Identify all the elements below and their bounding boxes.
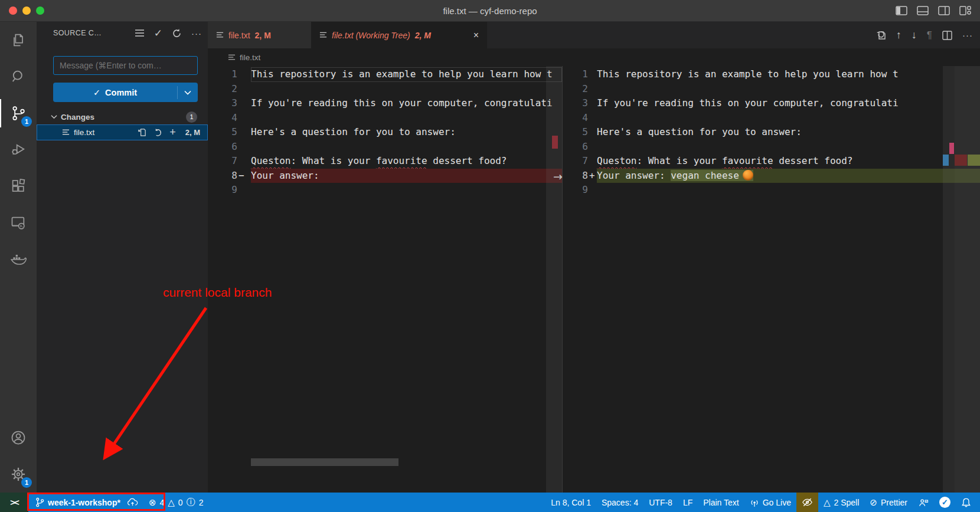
toggle-sidebar-icon[interactable]: [895, 5, 908, 17]
render-whitespace-icon[interactable]: ¶: [927, 29, 932, 41]
close-window-button[interactable]: [9, 6, 17, 15]
overview-marker-olive: [968, 155, 980, 166]
commit-check-icon[interactable]: ✓: [154, 27, 162, 40]
broadcast-icon: [750, 498, 759, 507]
annotation-label: current local branch: [163, 285, 272, 300]
slash-circle-icon: ⊘: [870, 497, 877, 508]
warning-icon: △: [824, 497, 831, 508]
tracking-status-icon[interactable]: ✓: [934, 493, 956, 512]
code-line: Here's a question for you to answer:: [597, 125, 980, 140]
source-control-icon[interactable]: 1: [0, 95, 37, 132]
prettier-status[interactable]: ⊘ Prettier: [864, 493, 913, 512]
split-editor-icon[interactable]: [942, 31, 952, 40]
scrollbar[interactable]: [546, 66, 562, 493]
check-icon: ✓: [93, 88, 100, 97]
remote-explorer-icon[interactable]: [0, 205, 37, 241]
window-title: file.txt — cyf-demo-repo: [443, 6, 537, 16]
tab-file-txt-working-tree[interactable]: file.txt (Working Tree) 2, M ×: [311, 22, 487, 48]
tab-label: file.txt (Working Tree): [332, 31, 410, 40]
breadcrumb[interactable]: file.txt: [208, 48, 980, 66]
eye-closed-icon: [802, 497, 813, 507]
code-line: This repository is an example to help yo…: [597, 67, 980, 82]
settings-gear-icon[interactable]: 1: [0, 456, 37, 493]
changes-count-badge: 1: [186, 111, 197, 123]
diff-modified-pane[interactable]: 1This repository is an example to help y…: [562, 66, 980, 493]
discard-changes-icon[interactable]: [153, 128, 162, 137]
zoom-window-button[interactable]: [36, 6, 44, 15]
accounts-icon[interactable]: [0, 419, 37, 456]
commit-dropdown-chevron[interactable]: [178, 90, 198, 95]
horizontal-scrollbar[interactable]: [251, 458, 398, 466]
extensions-icon[interactable]: [0, 168, 37, 205]
overview-ruler: [955, 66, 980, 493]
explorer-icon[interactable]: [0, 22, 37, 58]
publish-cloud-icon: [127, 498, 138, 507]
notifications-bell-icon[interactable]: [956, 493, 976, 512]
close-tab-icon[interactable]: ×: [473, 30, 479, 41]
indentation[interactable]: Spaces: 4: [596, 493, 643, 512]
removed-line-marker: −: [237, 169, 251, 183]
code-line: If you're reading this on your computer,…: [251, 96, 562, 111]
git-branch-icon: [35, 497, 44, 507]
text-file-icon: [319, 31, 327, 39]
docker-icon[interactable]: [0, 241, 37, 278]
vscode-window: file.txt — cyf-demo-repo 1 1: [0, 0, 980, 512]
diff-original-pane[interactable]: 1This repository is an example to help y…: [208, 66, 562, 493]
removed-code-line: Your answer:: [251, 169, 562, 183]
overview-marker-pink: [949, 143, 954, 154]
scrollbar[interactable]: [943, 66, 955, 493]
feedback-icon[interactable]: [913, 493, 934, 512]
view-mode-icon[interactable]: [135, 29, 145, 37]
spell-checker-toggle[interactable]: [796, 493, 818, 512]
next-change-icon[interactable]: ↓: [912, 29, 917, 41]
open-changes-icon[interactable]: [876, 30, 886, 41]
changed-file-row[interactable]: file.txt + 2, M: [37, 124, 208, 140]
text-file-icon: [228, 54, 236, 61]
tab-file-txt[interactable]: file.txt 2, M: [208, 22, 311, 48]
previous-change-icon[interactable]: ↑: [896, 29, 901, 41]
toggle-secondary-sidebar-icon[interactable]: [937, 5, 950, 17]
minimize-window-button[interactable]: [22, 6, 31, 15]
refresh-icon[interactable]: [172, 28, 182, 38]
eol-sequence[interactable]: LF: [678, 493, 698, 512]
changed-file-name: file.txt: [74, 128, 94, 137]
run-debug-icon[interactable]: [0, 132, 37, 168]
breadcrumb-file[interactable]: file.txt: [240, 53, 260, 62]
cursor-position[interactable]: Ln 8, Col 1: [545, 493, 596, 512]
open-file-icon[interactable]: [138, 128, 146, 137]
toggle-panel-icon[interactable]: [916, 5, 929, 17]
spell-status[interactable]: △ 2 Spell: [818, 493, 864, 512]
code-line: Here's a question for you to answer:: [251, 125, 562, 140]
go-live-button[interactable]: Go Live: [744, 493, 796, 512]
encoding[interactable]: UTF-8: [643, 493, 678, 512]
code-line: If you're reading this on your computer,…: [597, 96, 980, 111]
remote-indicator[interactable]: ><: [0, 493, 28, 512]
branch-indicator[interactable]: week-1-workshop*: [28, 493, 143, 512]
info-count: 2: [199, 498, 204, 507]
tab-status: 2, M: [255, 31, 271, 40]
overview-marker-blue: [943, 155, 949, 166]
changes-section-header[interactable]: Changes 1: [37, 109, 208, 124]
branch-name: week-1-workshop*: [48, 498, 120, 507]
warning-count: 0: [178, 498, 183, 507]
more-actions-icon[interactable]: ···: [191, 28, 202, 38]
problems-indicator[interactable]: ⊗ 4 △ 0 ⓘ 2: [143, 493, 209, 512]
activity-bar: 1 1: [0, 22, 37, 493]
commit-button[interactable]: ✓ Commit: [53, 83, 198, 102]
stage-changes-icon[interactable]: +: [169, 126, 176, 139]
title-bar: file.txt — cyf-demo-repo: [0, 0, 980, 22]
source-control-sidebar: SOURCE C… ✓ ··· ✓ Commit Changes: [37, 22, 208, 493]
traffic-lights: [9, 6, 44, 15]
diff-editor[interactable]: 1This repository is an example to help y…: [208, 66, 980, 493]
commit-message-input[interactable]: [53, 56, 198, 75]
commit-button-label: Commit: [105, 88, 137, 97]
search-icon[interactable]: [0, 58, 37, 95]
language-mode[interactable]: Plain Text: [698, 493, 744, 512]
tab-label: file.txt: [228, 31, 250, 40]
file-status-badge: 2, M: [185, 128, 200, 137]
changes-label: Changes: [61, 113, 94, 122]
more-actions-icon[interactable]: ···: [962, 30, 973, 40]
added-code-line: Your answer: vegan cheese: [597, 169, 980, 183]
customize-layout-icon[interactable]: [959, 5, 972, 17]
sidebar-title: SOURCE C…: [53, 29, 102, 37]
